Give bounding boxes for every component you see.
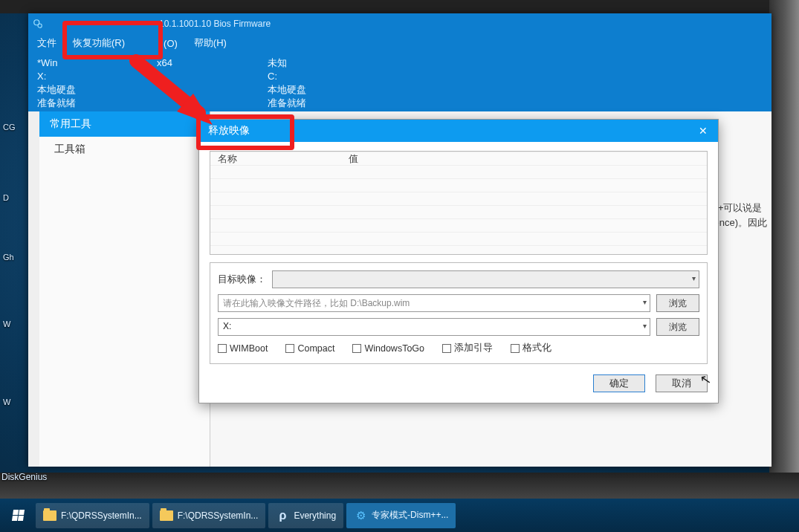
checkbox-compact[interactable]: Compact <box>285 343 334 354</box>
taskbar-item-everything[interactable]: ρ Everything <box>268 503 343 528</box>
folder-icon <box>160 509 173 522</box>
titlebar[interactable]: 10.1.1001.10 Bios Firmware <box>28 13 771 34</box>
drive-selection-row: *Win x64 X: 本地硬盘 准备就绪 未知 C: 本地硬盘 准备就绪 <box>28 52 771 111</box>
taskbar-item-explorer-2[interactable]: F:\QDRSSystemIn... <box>152 503 266 528</box>
browse-path-button[interactable]: 浏览 <box>656 294 699 312</box>
target-image-label: 目标映像： <box>218 273 266 286</box>
sidebar-item-toolbox[interactable]: 工具箱 <box>39 137 210 162</box>
desktop-label: CG <box>3 123 16 132</box>
column-name: 名称 <box>210 153 344 166</box>
taskbar: F:\QDRSSystemIn... F:\QDRSSystemIn... ρ … <box>0 499 799 532</box>
desktop-label: W <box>3 319 10 328</box>
desktop-label: Gh <box>3 253 14 262</box>
checkbox-wimboot[interactable]: WIMBoot <box>218 343 268 354</box>
chevron-down-icon: ▾ <box>692 274 696 282</box>
dialog-titlebar[interactable]: 释放映像 ✕ <box>199 120 718 142</box>
target-drive-input[interactable]: X: ▾ <box>218 318 650 336</box>
desktop-label-diskgenius: DiskGenius <box>1 472 47 482</box>
close-icon[interactable]: ✕ <box>688 120 718 142</box>
start-button[interactable] <box>3 503 33 528</box>
browse-drive-button[interactable]: 浏览 <box>656 318 699 336</box>
target-image-combo[interactable]: ▾ <box>272 270 699 288</box>
windows-logo-icon <box>11 510 24 521</box>
image-info-table[interactable]: 名称 值 <box>210 151 708 255</box>
checkbox-windowstogo[interactable]: WindowsToGo <box>352 343 424 354</box>
titlebar-text: 10.1.1001.10 Bios Firmware <box>159 19 271 29</box>
chevron-down-icon: ▾ <box>643 322 647 330</box>
checkbox-format[interactable]: 格式化 <box>511 342 551 354</box>
menu-recover[interactable]: 恢复功能(R) <box>73 36 125 50</box>
column-value: 值 <box>344 153 707 166</box>
release-image-dialog: 释放映像 ✕ 名称 值 目标映像： ▾ 请在此输入映像文件路径，比如 D:\Ba… <box>198 119 719 403</box>
image-path-input[interactable]: 请在此输入映像文件路径，比如 D:\Backup.wim ▾ <box>218 294 650 312</box>
drive-c[interactable]: 未知 C: 本地硬盘 准备就绪 <box>259 52 489 111</box>
dialog-title-text: 释放映像 <box>208 124 250 137</box>
sidebar: 常用工具 工具箱 <box>39 111 210 467</box>
app-icon <box>33 19 43 29</box>
menu-help[interactable]: 帮助(H) <box>194 36 227 50</box>
taskbar-item-explorer-1[interactable]: F:\QDRSSystemIn... <box>36 503 149 528</box>
desktop-label: D <box>3 193 9 202</box>
folder-icon <box>43 509 56 522</box>
target-form: 目标映像： ▾ 请在此输入映像文件路径，比如 D:\Backup.wim ▾ 浏… <box>210 262 708 364</box>
ok-button[interactable]: 确定 <box>593 374 645 392</box>
taskbar-item-dism[interactable]: ⚙ 专家模式-Dism++... <box>346 503 456 528</box>
svg-point-1 <box>38 24 42 27</box>
menu-file[interactable]: 文件 <box>37 36 56 50</box>
menubar: 文件 恢复功能(R) (O) 帮助(H) <box>28 34 771 52</box>
drive-x[interactable]: *Win x64 X: 本地硬盘 准备就绪 <box>28 52 259 111</box>
chevron-down-icon: ▾ <box>643 298 647 306</box>
desktop-label: W <box>3 398 10 406</box>
checkbox-addboot[interactable]: 添加引导 <box>442 342 493 354</box>
menu-options[interactable]: (O) <box>164 38 178 49</box>
sidebar-item-common-tools[interactable]: 常用工具 <box>39 111 210 137</box>
gear-icon: ⚙ <box>354 509 367 522</box>
search-icon: ρ <box>276 509 289 522</box>
